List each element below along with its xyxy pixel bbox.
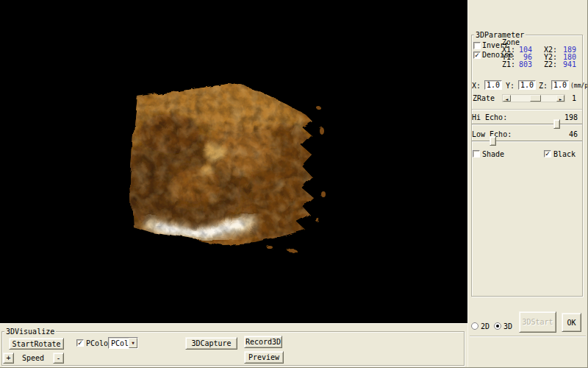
black-label: Black (553, 150, 576, 158)
arrow-left-icon: ◄ (506, 96, 509, 102)
speed-plus-button[interactable]: + (3, 353, 14, 364)
hi-echo-label: Hi Echo: (472, 113, 507, 121)
mode-2d-label: 2D (481, 322, 490, 330)
parameter-groupbox: 3DParameter Invert ✓ Denoise Zone X1: 10… (471, 35, 583, 297)
shade-checkbox[interactable] (473, 150, 480, 158)
arrow-down-icon: ▼ (132, 340, 135, 345)
scale-x-input[interactable] (484, 80, 502, 90)
zrate-label: ZRate (473, 94, 495, 102)
ok-button[interactable]: OK (562, 313, 581, 332)
speed-label: Speed (22, 354, 44, 362)
zrate-scroll-right-button[interactable]: ► (556, 95, 564, 102)
visualize-panel: 3DVisualize StartRotate + Speed - ✓ PCol… (0, 323, 467, 368)
scale-x-label: X: (472, 82, 481, 90)
hi-echo-slider-track[interactable] (472, 124, 582, 125)
ultrasound-3d-image (0, 0, 467, 323)
scale-unit-label: (mm/p) (570, 82, 588, 90)
mode-2d-radio[interactable] (471, 322, 478, 330)
zone-z2-label: Z2: (544, 60, 557, 68)
zone-z1-value: 803 (513, 60, 532, 68)
zone-z2-value: 941 (557, 60, 576, 68)
hi-echo-slider-thumb[interactable] (553, 119, 560, 129)
mode-3d-label: 3D (503, 322, 512, 330)
zrate-scroll-left-button[interactable]: ◄ (503, 95, 511, 102)
start-rotate-button[interactable]: StartRotate (9, 338, 64, 350)
invert-checkbox[interactable] (473, 42, 481, 49)
black-checkbox[interactable]: ✓ (544, 150, 551, 158)
ultrasound-viewport[interactable] (0, 0, 467, 323)
zrate-value: 1 (572, 94, 576, 102)
3dstart-button[interactable]: 3DStart (519, 311, 556, 333)
check-icon: ✓ (545, 149, 550, 158)
visualize-groupbox-title: 3DVisualize (4, 328, 56, 336)
3dcapture-button[interactable]: 3DCapture (185, 337, 237, 350)
scale-y-input[interactable] (518, 80, 536, 90)
pcolor-dropdown-button[interactable]: ▼ (129, 338, 137, 348)
low-echo-slider-track[interactable] (472, 141, 582, 142)
scale-y-label: Y: (506, 82, 514, 90)
shade-label: Shade (482, 150, 504, 158)
zrate-scroll-thumb[interactable] (530, 95, 541, 102)
check-icon: ✓ (475, 51, 479, 59)
mode-3d-radio[interactable] (494, 322, 501, 330)
pcolor-dropdown[interactable]: PColor ▼ (108, 337, 138, 349)
scale-z-input[interactable] (551, 80, 569, 90)
preview-button[interactable]: Preview (244, 351, 284, 364)
check-icon: ✓ (78, 339, 82, 347)
arrow-right-icon: ► (559, 96, 562, 102)
zrate-scrollbar[interactable]: ◄ ► (502, 94, 565, 102)
app-window: 3DParameter Invert ✓ Denoise Zone X1: 10… (0, 0, 588, 368)
record3d-button[interactable]: Record3D (244, 336, 282, 348)
parameter-panel: 3DParameter Invert ✓ Denoise Zone X1: 10… (467, 0, 588, 368)
divider (472, 109, 582, 110)
denoise-checkbox[interactable]: ✓ (473, 52, 481, 59)
scale-z-label: Z: (539, 82, 548, 90)
speed-minus-button[interactable]: - (53, 353, 64, 364)
low-echo-value: 46 (553, 130, 578, 138)
divider (470, 336, 586, 336)
low-echo-slider-thumb[interactable] (490, 136, 496, 146)
pcolor-checkbox[interactable]: ✓ (76, 339, 84, 347)
